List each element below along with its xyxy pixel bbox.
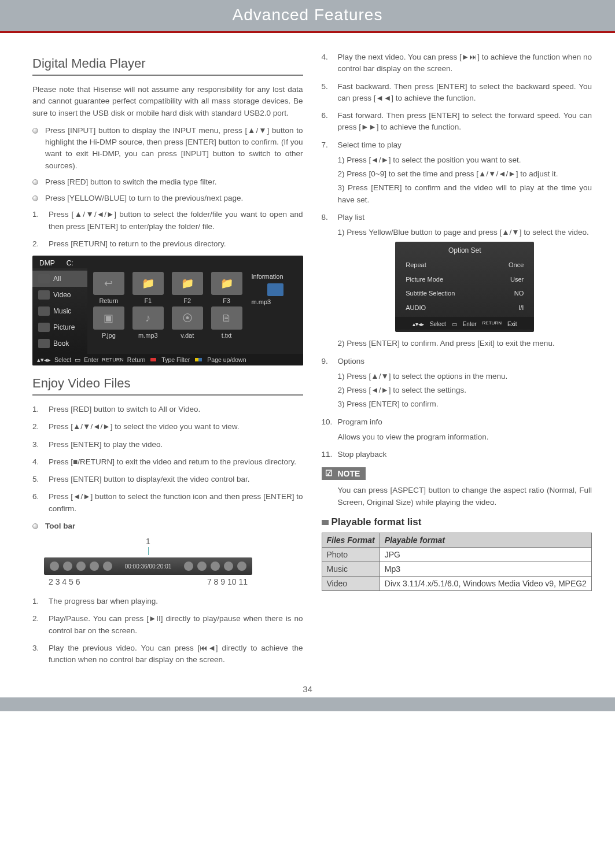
info-title: Information <box>252 273 300 280</box>
list-item: Press [ENTER] button to display/exit the… <box>32 474 303 485</box>
rule <box>32 75 303 76</box>
sub-item: 2) Press [ENTER] to confirm. And press [… <box>338 338 592 349</box>
list-text: Select time to play <box>338 141 402 149</box>
video-file-icon: ⦿ <box>172 306 203 330</box>
sidebar-label: Picture <box>53 323 75 331</box>
rewind-icon[interactable] <box>90 562 99 571</box>
option-row[interactable]: RepeatOnce <box>395 258 534 272</box>
page-number: 34 <box>0 684 615 694</box>
info-filename: m.mp3 <box>252 298 300 305</box>
list-item: Play the previous video. You can press [… <box>32 642 303 666</box>
list-item: Fast forward. Then press [ENTER] to sele… <box>322 110 592 134</box>
file-cell[interactable]: ♪m.mp3 <box>131 306 165 339</box>
sub-item: 1) Press [▲/▼] to select the options in … <box>338 371 592 382</box>
file-label: t.txt <box>210 332 244 339</box>
section-title-enjoy: Enjoy Video Files <box>32 376 303 391</box>
legend-select: Select <box>54 356 71 363</box>
fast-forward-icon[interactable] <box>103 562 112 571</box>
legend-enter: Enter <box>84 356 98 363</box>
list-item: Press [▲/▼/◄/►] button to select the fol… <box>32 209 303 232</box>
note-tag: NOTE <box>322 467 366 480</box>
file-cell[interactable]: ▣P.jpg <box>92 306 126 339</box>
book-icon <box>38 339 50 348</box>
list-text: Play list <box>338 213 365 221</box>
legend-txt: Select <box>430 320 446 328</box>
toolbar-desc-list: The progress bar when playing. Play/Paus… <box>32 596 303 666</box>
clock-icon[interactable] <box>184 562 193 571</box>
td-value: JPG <box>380 547 591 562</box>
toolbar-heading: Tool bar <box>45 522 75 530</box>
dmp-info-pane: Information m.mp3 <box>248 268 303 354</box>
intro-paragraph: Please note that Hisense will not assume… <box>32 84 303 119</box>
playlist-icon[interactable] <box>197 562 207 571</box>
sidebar-label: Music <box>53 307 71 315</box>
th-playable-format: Playable format <box>380 533 591 547</box>
sidebar-item-picture[interactable]: Picture <box>32 319 87 335</box>
opt-val: User <box>510 275 524 285</box>
file-label: F1 <box>131 297 165 304</box>
legend-ok-icon: ▭ <box>75 356 80 363</box>
table-header-row: Files Format Playable format <box>322 533 592 547</box>
list-item: Press [▲/▼/◄/►] to select the video you … <box>32 421 303 433</box>
opt-key: Repeat <box>406 260 426 270</box>
list-item: Press [◄/►] button to select the functio… <box>32 491 303 515</box>
table-row: MusicMp3 <box>322 562 592 576</box>
info-thumb-icon <box>267 283 283 296</box>
legend-txt: Enter <box>463 320 477 328</box>
right-column: Play the next video. You can press [►⏭] … <box>322 51 592 671</box>
file-cell[interactable]: 📁F1 <box>131 272 165 304</box>
dmp-file-grid: ↩Return 📁F1 📁F2 📁F3 ▣P.jpg ♪m.mp3 ⦿v.dat… <box>87 268 248 354</box>
info-icon[interactable] <box>224 562 233 571</box>
bullet-item: Press [RED] button to switch the media t… <box>32 176 303 188</box>
file-label: v.dat <box>171 332 204 339</box>
sidebar-item-book[interactable]: Book <box>32 335 87 352</box>
list-item: Press [■/RETURN] to exit the video and r… <box>32 456 303 468</box>
dmp-sidebar: All Video Music Picture Book <box>32 268 87 354</box>
sub-item: 3) Press [ENTER] to confirm and the vide… <box>338 182 592 206</box>
sidebar-label: All <box>53 275 61 283</box>
file-cell[interactable]: ↩Return <box>92 272 126 304</box>
page-header: Advanced Features <box>0 0 615 33</box>
list-item: Stop playback <box>322 449 592 460</box>
rule <box>32 394 303 396</box>
file-cell[interactable]: 🗎t.txt <box>210 306 244 339</box>
sub-item: Allows you to view the program informati… <box>338 431 592 443</box>
bullet-list: Press [INPUT] button to display the INPU… <box>32 125 303 205</box>
sidebar-item-music[interactable]: Music <box>32 303 87 319</box>
option-row[interactable]: Picture ModeUser <box>395 272 534 287</box>
dmp-title: DMP <box>39 259 55 267</box>
opt-val: Once <box>509 260 524 270</box>
picture-icon <box>38 323 50 332</box>
list-item: Fast backward. Then press [ENTER] to sel… <box>322 81 592 105</box>
ok-icon: ▭ <box>452 320 457 328</box>
settings-icon[interactable] <box>211 562 220 571</box>
play-pause-icon[interactable] <box>50 562 59 571</box>
toolbar-nums-right: 7 8 9 10 11 <box>207 577 248 586</box>
file-cell[interactable]: ⦿v.dat <box>171 306 204 339</box>
legend-return-icon: RETURN <box>102 357 124 363</box>
yellow-blue-icon <box>195 358 202 361</box>
option-row[interactable]: Subtitle SelectionNO <box>395 286 534 301</box>
td-label: Music <box>322 562 380 576</box>
td-label: Video <box>322 576 380 590</box>
video-toolbar: 00:00:36/00:20:01 <box>44 557 252 575</box>
file-cell[interactable]: 📁F2 <box>171 272 204 304</box>
toolbar-time: 00:00:36/00:20:01 <box>116 563 180 570</box>
next-track-icon[interactable] <box>76 562 86 571</box>
legend-arrows-icon: ▴▾◂▸ <box>37 356 51 363</box>
table-row: VideoDivx 3.11/4.x/5.1/6.0, Windows Medi… <box>322 576 592 590</box>
file-cell[interactable]: 📁F3 <box>210 272 244 304</box>
sidebar-item-video[interactable]: Video <box>32 287 87 303</box>
sub-item: 1) Press [◄/►] to select the position yo… <box>338 154 592 166</box>
option-row[interactable]: AUDIOI/I <box>395 301 534 315</box>
prev-track-icon[interactable] <box>63 562 72 571</box>
image-icon: ▣ <box>93 306 124 330</box>
playable-format-heading: Playable format list <box>322 516 592 528</box>
note-block: NOTE You can press [ASPECT] button to ch… <box>322 467 592 508</box>
sidebar-label: Video <box>53 291 71 299</box>
sidebar-item-all[interactable]: All <box>32 271 87 287</box>
enjoy-list: Press [RED] button to switch to All or V… <box>32 404 303 515</box>
stop-icon[interactable] <box>237 562 246 571</box>
th-files-format: Files Format <box>322 533 380 547</box>
legend-return: Return <box>127 356 146 363</box>
